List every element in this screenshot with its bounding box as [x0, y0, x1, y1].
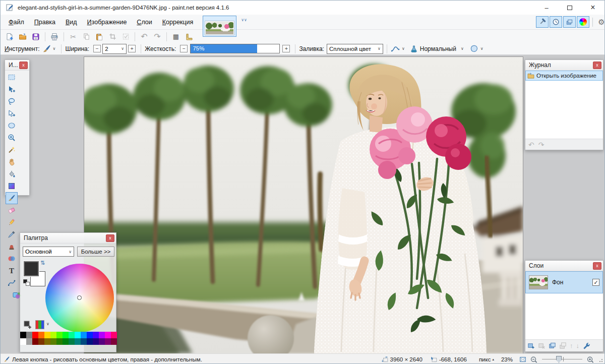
layers-toggle-button[interactable] [563, 16, 576, 28]
tool-text[interactable]: T [6, 265, 18, 277]
selection-mode-dropdown-arrow[interactable]: ∨ [480, 46, 483, 51]
palette-swatch[interactable] [105, 332, 111, 338]
palette-swatch[interactable] [81, 332, 87, 338]
palette-swatch[interactable] [93, 338, 99, 345]
image-tab[interactable] [203, 16, 236, 37]
new-image-button[interactable] [4, 31, 16, 42]
palette-swatch[interactable] [87, 332, 93, 338]
tool-eraser[interactable] [6, 204, 18, 216]
palette-swatch[interactable] [50, 332, 56, 338]
tool-magic-wand[interactable] [6, 144, 18, 156]
close-button[interactable]: × [581, 1, 604, 15]
delete-layer-button[interactable] [538, 342, 546, 349]
print-button[interactable] [48, 31, 60, 42]
antialiasing-icon[interactable] [391, 45, 400, 53]
palette-swatch[interactable] [26, 338, 32, 345]
palette-mode-combobox[interactable]: Основной ∨ [23, 247, 74, 257]
history-undo-icon[interactable]: ↶ [528, 141, 534, 149]
palette-swatch[interactable] [111, 338, 117, 345]
minimize-button[interactable]: – [535, 1, 558, 15]
menu-file[interactable]: Файл [4, 17, 29, 28]
palette-swatch[interactable] [69, 338, 75, 345]
layer-row-background[interactable]: Фон ✓ [525, 271, 603, 293]
palette-swatch[interactable] [75, 332, 81, 338]
width-decrease-button[interactable]: − [93, 45, 101, 52]
colors-toggle-button[interactable] [577, 16, 589, 28]
hardness-slider[interactable]: 75% [190, 44, 280, 53]
tool-paintbrush[interactable] [6, 192, 18, 204]
palette-swatch[interactable] [38, 338, 44, 345]
title-bar[interactable]: elegant-and-stylish-girl-in-a-summer-gar… [1, 1, 604, 15]
tool-pencil[interactable] [6, 216, 18, 228]
menu-edit[interactable]: Правка [29, 17, 60, 28]
canvas[interactable] [84, 57, 523, 353]
palette-swatch[interactable] [26, 332, 32, 338]
tool-lasso-select[interactable] [6, 95, 18, 107]
save-button[interactable] [30, 31, 42, 42]
palette-swatch[interactable] [87, 338, 93, 345]
resize-grip[interactable] [597, 357, 602, 362]
palette-more-button[interactable]: Больше >> [77, 247, 114, 257]
tool-clone-stamp[interactable] [6, 240, 18, 253]
tools-panel-titlebar[interactable]: И... x [5, 60, 29, 71]
layers-panel-titlebar[interactable]: Слои x [525, 261, 603, 271]
zoom-slider[interactable] [542, 356, 582, 363]
layer-properties-wrench-button[interactable] [582, 342, 590, 349]
palette-swatch[interactable] [105, 338, 111, 345]
history-panel-close-button[interactable]: x [593, 62, 601, 69]
tool-ellipse-select[interactable] [6, 119, 18, 132]
zoom-out-icon[interactable] [530, 356, 538, 363]
duplicate-layer-button[interactable] [549, 342, 556, 349]
crop-button[interactable] [106, 31, 118, 42]
zoom-slider-thumb[interactable] [556, 356, 562, 363]
add-layer-button[interactable] [527, 342, 535, 349]
cut-button[interactable]: ✂ [67, 31, 79, 42]
menu-image[interactable]: Изображение [82, 17, 132, 28]
fit-to-window-icon[interactable] [519, 356, 527, 363]
palette-swatch[interactable] [81, 338, 87, 345]
color-wheel[interactable] [45, 264, 114, 332]
tool-move-selected-pixels[interactable] [6, 83, 18, 95]
zoom-in-icon[interactable] [586, 356, 594, 363]
units-selector[interactable]: пикс ▴ [479, 356, 494, 362]
width-increase-button[interactable]: + [128, 45, 136, 52]
primary-color-swatch[interactable] [24, 261, 39, 276]
palette-swatch[interactable] [56, 332, 63, 338]
tool-rectangle-select[interactable] [6, 71, 18, 83]
copy-button[interactable] [80, 31, 92, 42]
blend-mode-value[interactable]: Нормальный [420, 45, 456, 52]
grid-button[interactable]: ▦ [170, 31, 182, 42]
palette-swatch[interactable] [75, 338, 81, 345]
move-layer-down-button[interactable]: ↓ [576, 342, 580, 349]
reset-colors-icon[interactable] [23, 279, 30, 286]
hardness-increase-button[interactable]: + [282, 45, 290, 52]
palette-swatch[interactable] [44, 332, 50, 338]
palette-panel-close-button[interactable]: x [106, 234, 114, 242]
settings-gear-icon[interactable]: ⚙ [596, 18, 605, 27]
menu-adjustments[interactable]: Коррекция [157, 17, 198, 28]
layers-panel-close-button[interactable]: x [593, 262, 601, 270]
deselect-button[interactable] [119, 31, 132, 42]
move-layer-up-button[interactable]: ↑ [570, 342, 573, 349]
layer-visibility-checkbox[interactable]: ✓ [592, 279, 599, 286]
current-tool-brush-icon[interactable] [42, 44, 51, 53]
selection-mode-icon[interactable] [470, 44, 478, 53]
menu-view[interactable]: Вид [60, 17, 82, 28]
palette-menu-arrow[interactable]: ∨ [46, 322, 49, 326]
palette-swatch[interactable] [32, 332, 38, 338]
tool-move-selection[interactable] [6, 107, 18, 119]
history-list-body[interactable] [525, 81, 603, 139]
palette-swatch[interactable] [38, 332, 44, 338]
hardness-decrease-button[interactable]: − [180, 45, 188, 52]
tool-dropdown-arrow[interactable]: ∨ [53, 46, 56, 51]
tool-recolor[interactable] [6, 253, 18, 265]
rulers-button[interactable] [183, 31, 195, 42]
fill-style-combobox[interactable]: Сплошной цвет ∨ [327, 44, 383, 54]
redo-button[interactable]: ↷ [151, 31, 163, 42]
tools-toggle-button[interactable] [536, 16, 549, 28]
blend-mode-dropdown-arrow[interactable]: ∨ [461, 46, 464, 51]
tool-paint-bucket[interactable] [6, 168, 18, 180]
palette-menu-button[interactable] [35, 320, 44, 329]
palette-swatch[interactable] [111, 332, 117, 338]
palette-swatch[interactable] [32, 338, 38, 345]
